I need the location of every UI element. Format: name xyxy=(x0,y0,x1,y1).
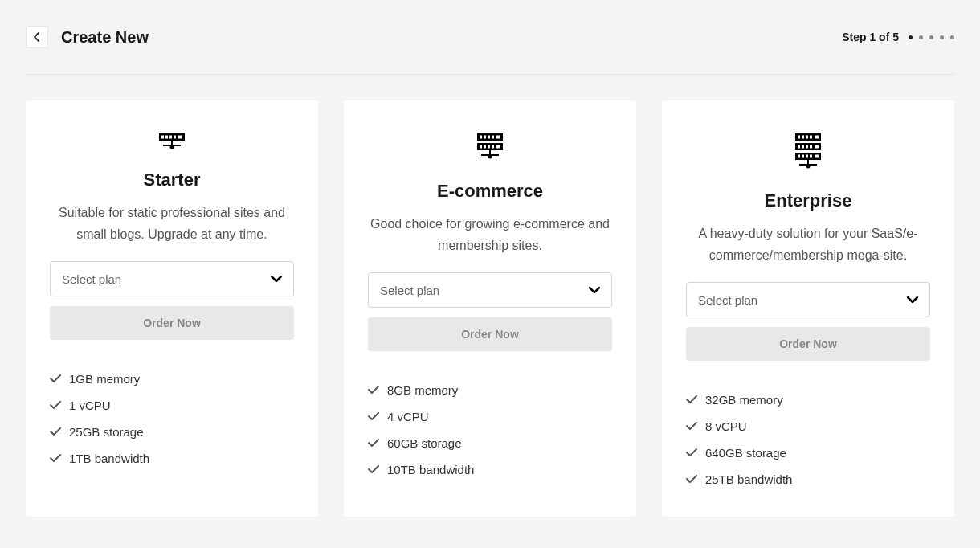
svg-rect-39 xyxy=(806,155,808,158)
plan-card-ecommerce: E-commerce Good choice for growing e-com… xyxy=(344,100,636,517)
order-button-ecommerce[interactable]: Order Now xyxy=(368,317,612,351)
svg-rect-28 xyxy=(810,136,812,139)
feature-item: 10TB bandwidth xyxy=(368,456,612,483)
svg-point-8 xyxy=(170,145,174,149)
feature-text: 1TB bandwidth xyxy=(69,452,149,465)
svg-rect-2 xyxy=(165,136,168,139)
svg-rect-32 xyxy=(802,145,804,149)
svg-rect-31 xyxy=(798,145,800,149)
step-dots xyxy=(909,35,954,39)
plan-card-starter: Starter Suitable for static professional… xyxy=(26,100,318,517)
header-left: Create New xyxy=(26,26,149,48)
svg-rect-16 xyxy=(480,145,482,149)
svg-rect-19 xyxy=(492,145,494,149)
feature-item: 1 vCPU xyxy=(50,392,294,419)
feature-item: 8GB memory xyxy=(368,377,612,403)
plan-card-enterprise: Enterprise A heavy-duty solution for you… xyxy=(662,100,954,517)
plan-select-label: Select plan xyxy=(380,284,439,297)
feature-text: 25TB bandwidth xyxy=(705,472,792,486)
svg-rect-34 xyxy=(810,145,812,149)
check-icon xyxy=(686,475,697,484)
feature-text: 25GB storage xyxy=(69,425,144,439)
check-icon xyxy=(686,448,697,457)
feature-text: 8GB memory xyxy=(387,383,458,397)
feature-item: 32GB memory xyxy=(686,386,930,413)
feature-text: 10TB bandwidth xyxy=(387,463,474,476)
svg-rect-38 xyxy=(802,155,804,158)
svg-rect-14 xyxy=(496,136,500,139)
svg-point-44 xyxy=(806,165,811,169)
chevron-down-icon xyxy=(907,296,918,303)
feature-text: 1 vCPU xyxy=(69,399,111,412)
check-icon xyxy=(368,412,379,421)
plan-select-enterprise[interactable]: Select plan xyxy=(686,282,930,317)
check-icon xyxy=(686,395,697,404)
check-icon xyxy=(686,422,697,431)
back-button[interactable] xyxy=(26,26,48,48)
feature-text: 640GB storage xyxy=(705,446,786,460)
svg-point-23 xyxy=(488,155,492,159)
check-icon xyxy=(368,465,379,474)
check-icon xyxy=(50,454,61,463)
check-icon xyxy=(50,374,61,383)
plan-title: E-commerce xyxy=(437,181,543,202)
plan-title: Starter xyxy=(144,170,201,190)
plan-description: Good choice for growing e-commerce and m… xyxy=(368,213,612,256)
plan-select-label: Select plan xyxy=(698,293,757,307)
features-list-enterprise: 32GB memory 8 vCPU 640GB storage 25TB ba… xyxy=(686,386,930,493)
check-icon xyxy=(50,427,61,436)
order-button-starter[interactable]: Order Now xyxy=(50,306,294,340)
step-dot-4 xyxy=(940,35,944,39)
chevron-down-icon xyxy=(589,287,600,293)
svg-rect-37 xyxy=(798,155,800,158)
svg-rect-40 xyxy=(810,155,812,158)
svg-rect-1 xyxy=(161,136,164,139)
plan-select-ecommerce[interactable]: Select plan xyxy=(368,272,612,308)
step-dot-5 xyxy=(950,35,954,39)
step-dot-1 xyxy=(909,35,913,39)
step-dot-3 xyxy=(929,35,933,39)
feature-item: 8 vCPU xyxy=(686,413,930,440)
feature-item: 60GB storage xyxy=(368,430,612,456)
svg-rect-13 xyxy=(492,136,494,139)
svg-rect-33 xyxy=(806,145,808,149)
step-text: Step 1 of 5 xyxy=(842,31,899,43)
svg-rect-3 xyxy=(169,136,172,139)
feature-text: 8 vCPU xyxy=(705,419,747,433)
svg-rect-5 xyxy=(178,136,182,139)
svg-rect-27 xyxy=(806,136,808,139)
chevron-left-icon xyxy=(34,32,40,42)
feature-text: 32GB memory xyxy=(705,393,783,407)
svg-rect-4 xyxy=(174,136,176,139)
page-header: Create New Step 1 of 5 xyxy=(26,26,954,75)
feature-text: 1GB memory xyxy=(69,372,140,386)
check-icon xyxy=(368,439,379,448)
plan-select-label: Select plan xyxy=(62,272,121,286)
svg-rect-10 xyxy=(480,136,482,139)
plans-grid: Starter Suitable for static professional… xyxy=(26,100,954,517)
check-icon xyxy=(50,401,61,410)
plan-description: Suitable for static professional sites a… xyxy=(50,202,294,245)
feature-item: 4 vCPU xyxy=(368,403,612,430)
step-indicator: Step 1 of 5 xyxy=(842,31,954,43)
server-large-icon xyxy=(794,133,822,171)
chevron-down-icon xyxy=(271,276,282,282)
svg-rect-12 xyxy=(488,136,490,139)
order-button-enterprise[interactable]: Order Now xyxy=(686,327,930,361)
plan-title: Enterprise xyxy=(765,190,852,211)
feature-item: 1GB memory xyxy=(50,366,294,392)
features-list-starter: 1GB memory 1 vCPU 25GB storage 1TB bandw… xyxy=(50,366,294,472)
step-dot-2 xyxy=(919,35,923,39)
plan-description: A heavy-duty solution for your SaaS/e-co… xyxy=(686,223,930,266)
svg-rect-17 xyxy=(484,145,486,149)
svg-rect-41 xyxy=(815,155,819,158)
page-title: Create New xyxy=(61,28,149,47)
svg-rect-18 xyxy=(488,145,490,149)
features-list-ecommerce: 8GB memory 4 vCPU 60GB storage 10TB band… xyxy=(368,377,612,483)
feature-item: 640GB storage xyxy=(686,440,930,466)
check-icon xyxy=(368,386,379,395)
svg-rect-20 xyxy=(496,145,500,149)
svg-rect-35 xyxy=(815,145,819,149)
plan-select-starter[interactable]: Select plan xyxy=(50,261,294,296)
feature-text: 60GB storage xyxy=(387,436,462,450)
